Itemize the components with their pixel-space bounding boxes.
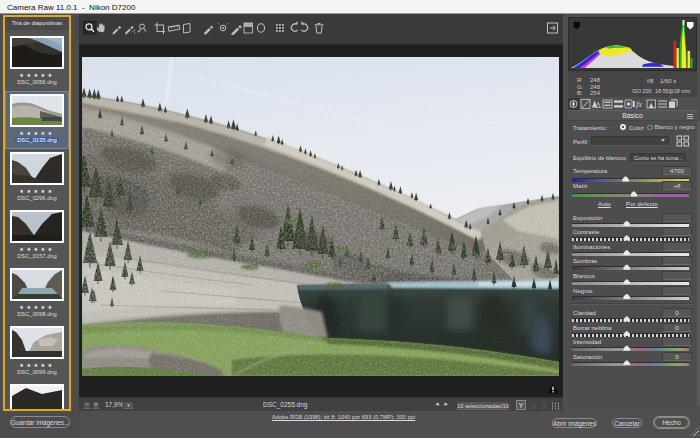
- svg-text:fx: fx: [636, 99, 642, 109]
